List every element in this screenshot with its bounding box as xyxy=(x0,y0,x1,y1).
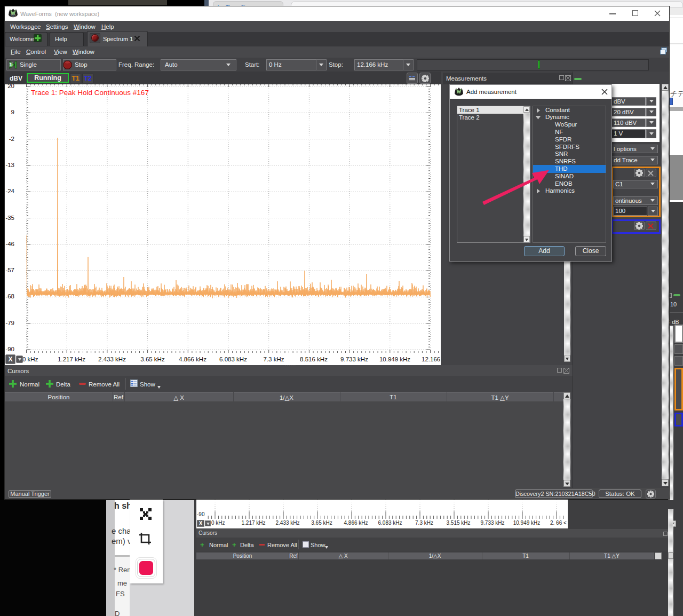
svg-text:1: 1 xyxy=(9,62,12,67)
svg-text:2015: 2015 xyxy=(11,14,16,17)
